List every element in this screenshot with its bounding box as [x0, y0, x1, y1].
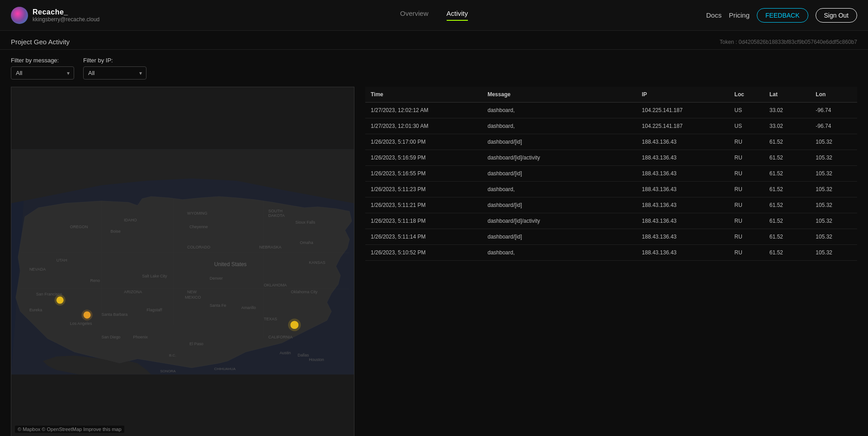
cell-time: 1/26/2023, 5:11:14 PM: [365, 229, 482, 245]
table-row: 1/26/2023, 5:11:21 PM dashboard/[id] 188…: [365, 197, 857, 213]
cell-loc: RU: [729, 245, 764, 261]
cell-lat: 61.52: [764, 134, 810, 150]
cell-lat: 61.52: [764, 166, 810, 182]
svg-text:KANSAS: KANSAS: [309, 260, 325, 265]
svg-text:El Paso: El Paso: [189, 342, 203, 346]
cell-ip: 188.43.136.43: [637, 182, 729, 197]
filters-row: Filter by message: All Filter by IP: All: [0, 50, 868, 87]
svg-text:NEVADA: NEVADA: [29, 267, 46, 272]
table-row: 1/27/2023, 12:01:30 AM dashboard, 104.22…: [365, 118, 857, 134]
table-row: 1/26/2023, 5:11:18 PM dashboard/[id]/act…: [365, 213, 857, 229]
svg-text:Cheyenne: Cheyenne: [189, 225, 208, 229]
logo-text: Recache_ kkingsberry@recache.cloud: [33, 8, 99, 23]
signout-button[interactable]: Sign Out: [816, 8, 857, 23]
svg-text:Flagstaff: Flagstaff: [146, 308, 162, 312]
filter-message-label: Filter by message:: [11, 57, 74, 64]
cell-lon: 105.32: [810, 245, 857, 261]
cell-lat: 61.52: [764, 245, 810, 261]
svg-text:OREGON: OREGON: [70, 225, 88, 229]
svg-text:COLORADO: COLORADO: [187, 245, 210, 249]
svg-text:TEXAS: TEXAS: [264, 317, 277, 321]
cell-loc: RU: [729, 166, 764, 182]
filter-ip-label: Filter by IP:: [83, 57, 146, 64]
col-loc: Loc: [729, 87, 764, 103]
cell-ip: 104.225.141.187: [637, 103, 729, 118]
cell-loc: RU: [729, 150, 764, 166]
map-area: OREGON IDAHO WYOMING SOUTH DAKOTA Sioux …: [11, 87, 354, 436]
header-actions: Docs Pricing FEEDBACK Sign Out: [706, 8, 857, 23]
header-nav: Overview Activity: [400, 9, 468, 21]
cell-lat: 61.52: [764, 229, 810, 245]
table-area: Time Message IP Loc Lat Lon 1/27/2023, 1…: [365, 87, 857, 436]
logo-area: Recache_ kkingsberry@recache.cloud: [11, 7, 99, 24]
svg-text:MEXICO: MEXICO: [185, 295, 201, 300]
cell-ip: 188.43.136.43: [637, 134, 729, 150]
svg-text:UTAH: UTAH: [57, 258, 67, 263]
cell-lat: 33.02: [764, 118, 810, 134]
filter-ip-wrapper: All: [83, 66, 146, 80]
cell-time: 1/27/2023, 12:02:12 AM: [365, 103, 482, 118]
tab-overview[interactable]: Overview: [400, 9, 429, 21]
cell-message: dashboard/[id]: [482, 166, 636, 182]
svg-text:Salt Lake City: Salt Lake City: [142, 274, 167, 278]
page-title: Project Geo Activity: [11, 38, 70, 46]
svg-text:Phoenix: Phoenix: [133, 335, 148, 339]
pricing-link[interactable]: Pricing: [729, 11, 750, 19]
table-header: Time Message IP Loc Lat Lon: [365, 87, 857, 103]
cell-ip: 188.43.136.43: [637, 150, 729, 166]
nav-tabs: Overview Activity: [400, 9, 468, 21]
cell-lon: 105.32: [810, 182, 857, 197]
svg-text:NEW: NEW: [187, 290, 197, 294]
cell-time: 1/26/2023, 5:16:55 PM: [365, 166, 482, 182]
col-ip: IP: [637, 87, 729, 103]
col-time: Time: [365, 87, 482, 103]
map-svg: OREGON IDAHO WYOMING SOUTH DAKOTA Sioux …: [11, 87, 354, 436]
cell-ip: 188.43.136.43: [637, 197, 729, 213]
svg-text:B.C.: B.C.: [169, 353, 176, 357]
cell-ip: 188.43.136.43: [637, 166, 729, 182]
cell-ip: 104.225.141.187: [637, 118, 729, 134]
cell-message: dashboard/[id]/activity: [482, 150, 636, 166]
cell-ip: 188.43.136.43: [637, 229, 729, 245]
table-row: 1/27/2023, 12:02:12 AM dashboard, 104.22…: [365, 103, 857, 118]
cell-time: 1/26/2023, 5:11:23 PM: [365, 182, 482, 197]
col-lon: Lon: [810, 87, 857, 103]
cell-lon: -96.74: [810, 118, 857, 134]
svg-text:Omaha: Omaha: [300, 240, 313, 245]
main-content: OREGON IDAHO WYOMING SOUTH DAKOTA Sioux …: [0, 87, 868, 436]
col-message: Message: [482, 87, 636, 103]
svg-text:Denver: Denver: [210, 276, 223, 281]
cell-time: 1/26/2023, 5:10:52 PM: [365, 245, 482, 261]
cell-lon: 105.32: [810, 197, 857, 213]
tab-activity[interactable]: Activity: [447, 9, 468, 21]
svg-text:San Diego: San Diego: [101, 335, 120, 339]
cell-lat: 61.52: [764, 182, 810, 197]
svg-text:Sioux Falls: Sioux Falls: [295, 220, 315, 225]
table-row: 1/26/2023, 5:16:59 PM dashboard/[id]/act…: [365, 150, 857, 166]
svg-text:NEBRASKA: NEBRASKA: [259, 245, 282, 249]
cell-lon: 105.32: [810, 229, 857, 245]
svg-text:Amarillo: Amarillo: [241, 305, 256, 310]
cell-lat: 61.52: [764, 150, 810, 166]
filter-ip-select[interactable]: All: [83, 66, 146, 80]
filter-ip-group: Filter by IP: All: [83, 57, 146, 80]
logo-icon: [11, 7, 28, 24]
cell-time: 1/26/2023, 5:16:59 PM: [365, 150, 482, 166]
svg-text:ARIZONA: ARIZONA: [124, 290, 142, 294]
table-wrapper[interactable]: Time Message IP Loc Lat Lon 1/27/2023, 1…: [365, 87, 857, 436]
svg-point-53: [82, 309, 93, 320]
svg-text:United States: United States: [214, 261, 247, 267]
filter-message-select[interactable]: All: [11, 66, 74, 80]
docs-link[interactable]: Docs: [706, 11, 722, 19]
cell-lon: 105.32: [810, 134, 857, 150]
cell-message: dashboard/[id]: [482, 134, 636, 150]
svg-text:SONORA: SONORA: [160, 369, 176, 373]
svg-text:Houston: Houston: [309, 357, 324, 362]
svg-text:SOUTH: SOUTH: [269, 209, 283, 213]
cell-time: 1/26/2023, 5:11:21 PM: [365, 197, 482, 213]
cell-loc: US: [729, 103, 764, 118]
cell-message: dashboard/[id]: [482, 197, 636, 213]
filter-message-group: Filter by message: All: [11, 57, 74, 80]
feedback-button[interactable]: FEEDBACK: [757, 8, 808, 23]
cell-lat: 61.52: [764, 197, 810, 213]
